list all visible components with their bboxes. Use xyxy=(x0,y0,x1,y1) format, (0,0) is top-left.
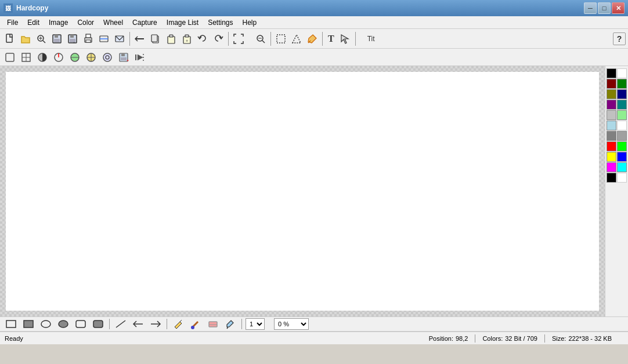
save-button[interactable] xyxy=(49,31,64,46)
color-swatch-lightgray[interactable] xyxy=(607,110,616,120)
color-swatch-blue[interactable] xyxy=(617,152,627,162)
menu-edit[interactable]: Edit xyxy=(23,17,44,28)
color-swatch-medgray[interactable] xyxy=(617,131,627,141)
new-button[interactable] xyxy=(2,31,17,46)
color-swatch-lightgreen[interactable] xyxy=(617,110,627,120)
select-rect-button[interactable] xyxy=(273,31,288,46)
color-swatch-magenta[interactable] xyxy=(607,162,616,172)
ellipse-fill-tool[interactable] xyxy=(56,318,71,330)
eraser-tool[interactable] xyxy=(205,318,221,330)
copy-button[interactable] xyxy=(148,31,163,46)
color-swatch-cyan[interactable] xyxy=(617,162,627,172)
redo-button[interactable] xyxy=(211,31,226,46)
text-T-button[interactable]: T xyxy=(325,31,337,46)
menu-color[interactable]: Color xyxy=(73,17,99,28)
select-freehand-button[interactable] xyxy=(289,31,304,46)
arrow-right-tool[interactable] xyxy=(148,318,163,330)
color-swatch-purple[interactable] xyxy=(607,100,616,110)
line-tool[interactable] xyxy=(113,318,128,330)
menu-image[interactable]: Image xyxy=(44,17,73,28)
pencil-tool[interactable] xyxy=(171,318,186,330)
2us-button[interactable]: Tit xyxy=(364,31,378,46)
color-swatch-darkgreen[interactable] xyxy=(617,79,627,89)
move-left-button[interactable] xyxy=(132,31,147,46)
tit-button[interactable] xyxy=(358,31,364,46)
paste2-button[interactable]: + xyxy=(179,31,194,46)
colors-label: Colors: xyxy=(482,335,503,342)
paste-button[interactable] xyxy=(164,31,179,46)
color-swatch-lime[interactable] xyxy=(617,141,627,151)
menu-file[interactable]: File xyxy=(2,17,23,28)
sec-btn-5[interactable] xyxy=(67,50,82,65)
sec-btn-1[interactable] xyxy=(2,50,17,65)
svg-marker-30 xyxy=(293,35,301,43)
color-swatch-black2[interactable] xyxy=(607,173,616,183)
ellipse-outline-tool[interactable] xyxy=(38,318,53,330)
undo-button[interactable] xyxy=(195,31,210,46)
sec-btn-2[interactable] xyxy=(19,50,34,65)
color-swatch-gray[interactable] xyxy=(607,131,616,141)
palette-row xyxy=(607,68,627,78)
color-swatch-white2[interactable] xyxy=(617,121,627,130)
rounded-rect-fill-tool[interactable] xyxy=(91,318,106,330)
menu-settings[interactable]: Settings xyxy=(203,17,237,28)
zoom-view-button[interactable] xyxy=(34,31,49,46)
minimize-button[interactable]: ─ xyxy=(584,2,597,14)
sep-3 xyxy=(270,32,271,46)
sec-btn-4[interactable] xyxy=(51,50,66,65)
menu-wheel[interactable]: Wheel xyxy=(99,17,128,28)
sep-1 xyxy=(129,32,130,46)
color-swatch-white[interactable] xyxy=(617,68,627,78)
sec-btn-6[interactable] xyxy=(84,50,99,65)
line-width-select[interactable]: 1 2 3 4 5 xyxy=(246,318,265,330)
help-button[interactable]: ? xyxy=(613,32,626,45)
color-swatch-white3[interactable] xyxy=(617,173,627,183)
sec-btn-8[interactable]: + xyxy=(116,50,131,65)
email-button[interactable] xyxy=(112,31,127,46)
status-sep-1 xyxy=(475,334,475,343)
svg-rect-57 xyxy=(24,321,33,327)
size-label: Size: xyxy=(552,335,566,342)
svg-rect-33 xyxy=(6,53,14,61)
print-button[interactable] xyxy=(81,31,96,46)
zoom-fit-button[interactable] xyxy=(231,31,246,46)
brush-tool[interactable] xyxy=(188,318,203,330)
zoom-out-button[interactable] xyxy=(253,31,268,46)
svg-rect-22 xyxy=(169,35,173,37)
color-swatch-darkblue[interactable] xyxy=(617,89,627,99)
sec-btn-9[interactable] xyxy=(132,50,147,65)
palette-row xyxy=(607,173,627,183)
color-swatch-yellow[interactable] xyxy=(607,152,616,162)
svg-point-66 xyxy=(191,326,194,329)
svg-rect-61 xyxy=(93,321,103,327)
svg-text:+: + xyxy=(127,59,129,63)
canvas-area[interactable] xyxy=(0,66,605,316)
dropper-button[interactable] xyxy=(305,31,320,46)
zoom-select[interactable]: 0 % 25 % 50 % 75 % 100 % 200 % xyxy=(274,318,309,330)
color-swatch-darkyellow[interactable] xyxy=(607,89,616,99)
zoom-1-1-button[interactable] xyxy=(247,31,252,46)
maximize-button[interactable]: □ xyxy=(598,2,611,14)
rect-fill-tool[interactable] xyxy=(21,318,36,330)
sec-btn-7[interactable] xyxy=(100,50,115,65)
save-as-button[interactable]: + xyxy=(65,31,80,46)
svg-rect-49 xyxy=(121,57,127,60)
menu-capture[interactable]: Capture xyxy=(128,17,162,28)
rounded-rect-tool[interactable] xyxy=(73,318,88,330)
arrow-left-tool[interactable] xyxy=(131,318,146,330)
menu-image-list[interactable]: Image List xyxy=(162,17,203,28)
color-swatch-red[interactable] xyxy=(607,141,616,151)
cursor-button[interactable] xyxy=(338,31,353,46)
color-swatch-lightblue[interactable] xyxy=(607,121,616,130)
rect-outline-tool[interactable] xyxy=(3,318,19,330)
color-swatch-darkred[interactable] xyxy=(607,79,616,89)
color-swatch-teal[interactable] xyxy=(617,100,627,110)
close-button[interactable]: ✕ xyxy=(612,2,625,14)
color-swatch-black[interactable] xyxy=(607,68,616,78)
scan-button[interactable] xyxy=(96,31,111,46)
open-button[interactable] xyxy=(18,31,33,46)
svg-rect-29 xyxy=(277,35,285,43)
eyedropper-tool[interactable] xyxy=(223,318,238,330)
sec-btn-3[interactable] xyxy=(35,50,50,65)
menu-help[interactable]: Help xyxy=(238,17,262,28)
